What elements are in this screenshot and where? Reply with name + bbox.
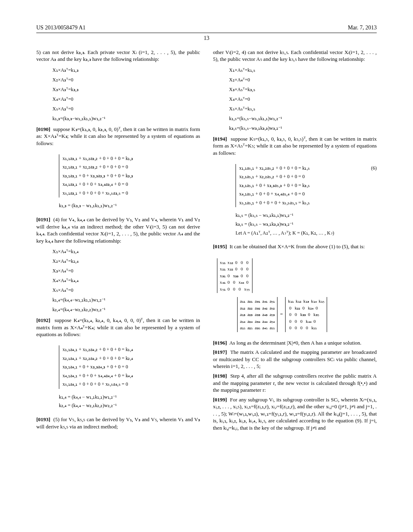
para-0196: [0196] As long as the determinant |X|≠0,… bbox=[213, 339, 377, 347]
system-a3: x₁,₁a₃,₁ + x₁,₂a₃,₂ + 0 + 0 + 0 = k₁,₃ x… bbox=[59, 154, 200, 211]
para-num: [0196] bbox=[213, 340, 227, 346]
eq-line: X₅×A₅ᵀ=k₅,₅ bbox=[229, 104, 377, 114]
matrix-x-cells: x₁₁ x₁₂ 0 0 0 x₂₁ x₂₂ 0 0 0 x₃₁ 0 x₃₃ 0 … bbox=[220, 260, 250, 291]
para-text: (4) for V₄, k₄,₄ can be derived by V₁, V… bbox=[36, 216, 200, 244]
intro-right: other Vᵢ(i=2, 4) can not derive k₅,₅. Ea… bbox=[213, 49, 377, 63]
para-0198: [0198] Step 4, after all the subgroup co… bbox=[213, 372, 377, 394]
eq-line: X₃×A₅ᵀ=k₃,₅ bbox=[229, 85, 377, 94]
para-text: For any subgroup Vᵢ, its subgroup contro… bbox=[213, 397, 377, 431]
eq-line: x₄,₁a₃,₁ + 0 + 0 + x₄,₄a₃,₄ + 0 = 0 bbox=[63, 180, 200, 189]
para-0193: [0193] (5) for V₅, k₅,₅ can be derived b… bbox=[36, 416, 200, 430]
para-0197: [0197] The matrix A calculated and the m… bbox=[213, 349, 377, 370]
page-header: US 2013/0058479 A1 Mar. 7, 2013 bbox=[36, 24, 377, 33]
para-text: suppose K₄=(k₁,₄, k₂,₄, 0, k₄,₄, 0, 0, 0… bbox=[36, 317, 200, 337]
para-text: Step 4, after all the subgroup controlle… bbox=[213, 373, 377, 393]
eq-line: x₂,₁a₄,₁ + x₂,₂a₄,₂ + 0 + 0 + 0 = k₂,₄ bbox=[63, 354, 200, 363]
eq-line: x₁,₁a₅,₁ + x₁,₂a₅,₂ + 0 + 0 + 0 = k₁,₅ bbox=[239, 164, 377, 173]
eq-line: x₅,₁a₄,₁ + 0 + 0 + 0 + x₅,₅a₄,₅ = 0 bbox=[63, 380, 200, 389]
eq-line: X₁×A₃ᵀ=k₁,₃ bbox=[52, 65, 200, 75]
para-0199: [0199] For any subgroup Vᵢ, its subgroup… bbox=[213, 396, 377, 432]
para-num: [0194] bbox=[213, 136, 227, 142]
intro-left: 5) can not derive k₃,₃. Each private vec… bbox=[36, 49, 200, 63]
eq-line: x₄,₁a₅,₁ + 0 + 0 + x₄,₄a₅,₄ + 0 = 0 bbox=[239, 190, 377, 199]
para-num: [0199] bbox=[213, 397, 227, 403]
eq-line: k₃,₅=(k₅,₅−w₃,₁k₃,₃)w₃,₂⁻¹ bbox=[229, 123, 377, 133]
eq-line: Let A = (A₁ᵀ, A₂ᵀ, … , A₇ᵀ); K = (K₁, K₂… bbox=[236, 229, 377, 238]
eq-line: x₃,₁a₄,₁ + 0 + x₃,₃a₄,₃ + 0 + 0 = 0 bbox=[63, 363, 200, 372]
para-0195: [0195] It can be obtained that X×A=K fro… bbox=[213, 243, 377, 250]
para-num: [0193] bbox=[36, 416, 50, 422]
eq-line: X₃×A₃ᵀ=k₃,₃ bbox=[52, 85, 200, 94]
eq-line: x₂,₁a₅,₁ + x₂,₂a₅,₂ + 0 + 0 + 0 = 0 bbox=[239, 172, 377, 181]
matrix-equation: a₁₁ a₂₁ a₃₁ a₄₁ a₅₁ a₁₂ a₂₂ a₃₂ a₄₂ a₅₂ … bbox=[237, 297, 377, 332]
para-text: The matrix A calculated and the mapping … bbox=[213, 349, 377, 369]
system-a5: (6) x₁,₁a₅,₁ + x₁,₂a₅,₂ + 0 + 0 + 0 = k₁… bbox=[236, 164, 377, 238]
eq-line: x₅,₁a₅,₁ + 0 + 0 + 0 + x₅,₅a₅,₅ = k₅,₅ bbox=[239, 199, 377, 208]
para-num: [0190] bbox=[36, 126, 50, 132]
para-text: As long as the determinant |X|≠0, then A… bbox=[229, 340, 361, 346]
eq-line: X₅×A₃ᵀ=0 bbox=[52, 104, 200, 114]
para-num: [0197] bbox=[213, 349, 227, 355]
two-column-body: 5) can not derive k₃,₃. Each private vec… bbox=[36, 49, 377, 434]
eq-line: k₂,₄=(k₄,₄−w₂,₁k₂,₂)w₂,₂⁻¹ bbox=[52, 305, 200, 314]
eq-line: X₄×A₄ᵀ=k₄,₄ bbox=[52, 276, 200, 285]
eq-line: k₁,₄ = (k₄,₄ − w₁,₁k₁,₁)w₁,₂⁻¹ bbox=[59, 393, 200, 402]
para-text: It can be obtained that X×A=K from the a… bbox=[229, 243, 365, 249]
eq-line: X₂×A₄ᵀ=0 bbox=[229, 75, 377, 85]
eq-line: k₂,₄ = (k₄,₄ − w₂,₁k₂,₂)w₂,₂⁻¹ bbox=[59, 401, 200, 410]
eq-line: k₁,₃ = (k₃,₃ − w₁,₁k₁,₁)w₁,₂⁻¹ bbox=[59, 202, 200, 210]
left-column: 5) can not derive k₃,₃. Each private vec… bbox=[36, 49, 200, 434]
eq-line: X₂×A₃ᵀ=0 bbox=[52, 75, 200, 85]
para-num: [0191] bbox=[36, 216, 50, 222]
para-0190: [0190] suppose K₃=(k₁,₃, 0, k₃,₃, 0, 0)ᵀ… bbox=[36, 126, 200, 147]
equation-block-a5: X₁×A₅ᵀ=k₁,₅ X₂×A₄ᵀ=0 X₃×A₅ᵀ=k₃,₅ X₄×A₅ᵀ=… bbox=[229, 65, 377, 133]
patent-page: US 2013/0058479 A1 Mar. 7, 2013 13 5) ca… bbox=[0, 0, 413, 532]
eq-line: k₁,₄=(k₄,₄−w₁,₁k₁,₁)w₁,₂⁻¹ bbox=[52, 295, 200, 305]
eq-line: x₄,₁a₄,₁ + 0 + 0 + x₄,₄a₄,₄ + 0 = k₄,₄ bbox=[63, 372, 200, 380]
para-text: suppose K₃=(k₁,₃, 0, k₃,₃, 0, 0)ᵀ, then … bbox=[36, 126, 200, 146]
para-0191: [0191] (4) for V₄, k₄,₄ can be derived b… bbox=[36, 216, 200, 244]
eq-line: k₁,₅=(k₅,₅−w₁,₁k₁,₁)w₁,₂⁻¹ bbox=[229, 114, 377, 123]
eq-line: X₁×A₄ᵀ=k₁,₄ bbox=[52, 247, 200, 256]
para-0192: [0192] suppose K₄=(k₁,₄, k₂,₄, 0, k₄,₄, … bbox=[36, 317, 200, 338]
right-column: other Vᵢ(i=2, 4) can not derive k₅,₅. Ea… bbox=[213, 49, 377, 434]
page-number: 13 bbox=[36, 35, 377, 42]
eq-line: k₁,₃=(k₃,₃−w₁,₁k₁,₁)w₁,₂⁻¹ bbox=[52, 114, 200, 123]
para-num: [0195] bbox=[213, 243, 227, 249]
para-text: (5) for V₅, k₅,₅ can be derived by V₁, V… bbox=[36, 416, 200, 430]
eq-line: X₄×A₅ᵀ=0 bbox=[229, 94, 377, 104]
publication-number: US 2013/0058479 A1 bbox=[36, 24, 86, 32]
eq-line: k₁,₅ = (k₅,₅ − w₁,₁k₁,₁)w₁,₂⁻¹ bbox=[236, 211, 377, 220]
para-num: [0192] bbox=[36, 317, 50, 323]
equals-sign: = bbox=[280, 311, 283, 318]
equation-block-a3: X₁×A₃ᵀ=k₁,₃ X₂×A₃ᵀ=0 X₃×A₃ᵀ=k₃,₃ X₄×A₃ᵀ=… bbox=[52, 65, 200, 123]
matrix-k-cells: k₁₁ k₁₂ k₁₃ k₁₄ k₁₅ 0 k₂₂ 0 k₂₄ 0 0 0 k₃… bbox=[288, 299, 324, 330]
para-0194: [0194] suppose K₅=(k₁,₅, 0, k₃,₅, 0, k₅,… bbox=[213, 135, 377, 157]
system-a4: x₁,₁a₄,₁ + x₁,₂a₄,₂ + 0 + 0 + 0 = k₁,₄ x… bbox=[59, 345, 200, 410]
eq-line: X₁×A₅ᵀ=k₁,₅ bbox=[229, 65, 377, 75]
eq-line: X₃×A₄ᵀ=0 bbox=[52, 266, 200, 276]
eq-line: X₄×A₃ᵀ=0 bbox=[52, 94, 200, 104]
eq-line: x₁,₁a₃,₁ + x₁,₂a₃,₂ + 0 + 0 + 0 = k₁,₃ bbox=[63, 154, 200, 163]
publication-date: Mar. 7, 2013 bbox=[348, 24, 377, 32]
eq-line: x₃,₁a₅,₁ + 0 + x₃,₃a₅,₃ + 0 + 0 = k₃,₅ bbox=[239, 181, 377, 190]
eq-line: k₃,₅ = (k₅,₅ − w₃,₁k₃,₃)w₃,₂⁻¹ bbox=[236, 220, 377, 229]
eq-line: X₅×A₄ᵀ=0 bbox=[52, 285, 200, 295]
eq-line: x₅,₁a₃,₁ + 0 + 0 + 0 + x₅,₅a₃,₅ = 0 bbox=[63, 189, 200, 198]
eq-line: x₃,₁a₃,₁ + 0 + x₃,₃a₃,₃ + 0 + 0 = k₃,₃ bbox=[63, 172, 200, 181]
equation-block-a4: X₁×A₄ᵀ=k₁,₄ X₂×A₄ᵀ=k₂,₄ X₃×A₄ᵀ=0 X₄×A₄ᵀ=… bbox=[52, 247, 200, 314]
matrix-x: x₁₁ x₁₂ 0 0 0 x₂₁ x₂₂ 0 0 0 x₃₁ 0 x₃₃ 0 … bbox=[217, 258, 377, 293]
equation-number: (6) bbox=[371, 164, 377, 173]
para-text: suppose K₅=(k₁,₅, 0, k₃,₅, 0, k₅,₅)ᵀ, th… bbox=[213, 136, 377, 156]
eq-line: X₂×A₄ᵀ=k₂,₄ bbox=[52, 256, 200, 266]
para-num: [0198] bbox=[213, 373, 227, 379]
matrix-a-cells: a₁₁ a₂₁ a₃₁ a₄₁ a₅₁ a₁₂ a₂₂ a₃₂ a₄₂ a₅₂ … bbox=[240, 299, 275, 330]
eq-line: x₁,₁a₄,₁ + x₁,₂a₄,₂ + 0 + 0 + 0 = k₁,₄ bbox=[63, 345, 200, 354]
eq-line: x₂,₁a₃,₁ + x₂,₂a₃,₂ + 0 + 0 + 0 = 0 bbox=[63, 163, 200, 172]
